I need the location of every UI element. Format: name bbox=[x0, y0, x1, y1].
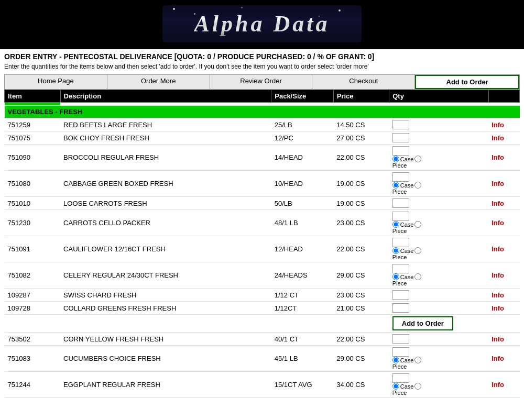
piece-radio[interactable] bbox=[414, 383, 421, 390]
item-pack: 12/PC bbox=[271, 131, 333, 145]
case-radio[interactable] bbox=[392, 156, 399, 162]
table-row: 751244 EGGPLANT REGULAR FRESH 15/1CT AVG… bbox=[5, 372, 520, 398]
add-to-order-button[interactable]: Add to Order bbox=[392, 316, 453, 330]
item-desc: CARROTS CELLO PACKER bbox=[60, 210, 271, 236]
qty-input[interactable] bbox=[392, 303, 409, 313]
piece-radio[interactable] bbox=[414, 156, 421, 162]
item-info[interactable]: Info bbox=[488, 333, 519, 346]
item-info[interactable]: Info bbox=[488, 131, 519, 145]
item-info[interactable]: Info bbox=[488, 346, 519, 372]
qty-input[interactable] bbox=[392, 347, 409, 357]
order-subtitle: Enter the quantities for the items below… bbox=[4, 63, 520, 70]
info-link[interactable]: Info bbox=[492, 291, 504, 299]
qty-input[interactable] bbox=[392, 373, 409, 383]
item-pack: 40/1 CT bbox=[271, 333, 333, 346]
item-number: 751090 bbox=[5, 145, 61, 171]
info-link[interactable]: Info bbox=[492, 271, 504, 279]
nav-checkout[interactable]: Checkout bbox=[312, 75, 415, 89]
info-link[interactable]: Info bbox=[492, 335, 504, 343]
item-number: 751075 bbox=[5, 131, 61, 145]
info-link[interactable]: Info bbox=[492, 381, 504, 389]
item-qty bbox=[389, 131, 488, 145]
item-desc: LOOSE CARROTS FRESH bbox=[60, 197, 271, 210]
item-pack: 24/HEADS bbox=[271, 262, 333, 289]
qty-input[interactable] bbox=[392, 290, 409, 300]
info-link[interactable]: Info bbox=[492, 134, 504, 142]
case-radio[interactable] bbox=[392, 273, 399, 280]
item-info[interactable]: Info bbox=[488, 302, 519, 315]
item-number: 751082 bbox=[5, 262, 61, 289]
table-row: 109728 COLLARD GREENS FRESH FRESH 1/12CT… bbox=[5, 302, 520, 315]
case-radio[interactable] bbox=[392, 383, 399, 390]
qty-input[interactable] bbox=[392, 212, 409, 221]
qty-input[interactable] bbox=[392, 264, 409, 273]
info-link[interactable]: Info bbox=[492, 153, 504, 161]
item-price: 14.50 CS bbox=[333, 118, 389, 131]
category-label: VEGETABLES - FRESH bbox=[5, 106, 520, 118]
piece-radio[interactable] bbox=[414, 221, 421, 228]
item-qty bbox=[389, 302, 488, 315]
item-price: 19.00 CS bbox=[333, 197, 389, 210]
item-price: 27.00 CS bbox=[333, 131, 389, 145]
qty-input[interactable] bbox=[392, 238, 409, 247]
item-info[interactable]: Info bbox=[488, 197, 519, 210]
item-info[interactable]: Info bbox=[488, 171, 519, 197]
info-link[interactable]: Info bbox=[492, 180, 504, 187]
item-info[interactable]: Info bbox=[488, 210, 519, 236]
item-info[interactable]: Info bbox=[488, 372, 519, 398]
qty-input[interactable] bbox=[392, 198, 409, 208]
order-title: ORDER ENTRY - PENTECOSTAL DELIVERANCE [Q… bbox=[4, 52, 520, 61]
item-pack: 15/1CT AVG bbox=[271, 372, 333, 398]
item-info[interactable]: Info bbox=[488, 118, 519, 131]
info-link[interactable]: Info bbox=[492, 245, 504, 253]
nav-bar: Home Page Order More Review Order Checko… bbox=[4, 74, 520, 90]
item-pack: 48/1 LB bbox=[271, 210, 333, 236]
item-price: 29.00 CS bbox=[333, 262, 389, 289]
item-number: 109728 bbox=[5, 302, 61, 315]
item-qty: Case Piece bbox=[389, 210, 488, 236]
piece-radio[interactable] bbox=[414, 357, 421, 363]
item-info[interactable]: Info bbox=[488, 145, 519, 171]
qty-input[interactable] bbox=[392, 120, 409, 129]
item-pack: 1/12 CT bbox=[271, 289, 333, 302]
table-row: 751091 CAULIFLOWER 12/16CT FRESH 12/HEAD… bbox=[5, 236, 520, 262]
qty-input[interactable] bbox=[392, 146, 409, 156]
case-radio[interactable] bbox=[392, 247, 399, 254]
case-radio[interactable] bbox=[392, 221, 399, 228]
piece-radio[interactable] bbox=[414, 182, 421, 189]
info-link[interactable]: Info bbox=[492, 200, 504, 207]
nav-review-order[interactable]: Review Order bbox=[210, 75, 313, 89]
info-link[interactable]: Info bbox=[492, 355, 504, 362]
item-pack: 14/HEAD bbox=[271, 145, 333, 171]
nav-order-more[interactable]: Order More bbox=[107, 75, 210, 89]
header-banner: Alpha Data bbox=[0, 0, 524, 49]
col-header-pack: Pack/Size bbox=[271, 90, 333, 103]
product-table: Item Description Pack/Size Price Qty VEG… bbox=[4, 90, 520, 398]
info-link[interactable]: Info bbox=[492, 121, 504, 129]
item-info[interactable]: Info bbox=[488, 262, 519, 289]
qty-input[interactable] bbox=[392, 334, 409, 344]
info-link[interactable]: Info bbox=[492, 219, 504, 227]
item-price: 22.00 CS bbox=[333, 333, 389, 346]
qty-input[interactable] bbox=[392, 133, 409, 142]
item-info[interactable]: Info bbox=[488, 289, 519, 302]
piece-radio[interactable] bbox=[414, 247, 421, 254]
piece-radio[interactable] bbox=[414, 273, 421, 280]
item-number: 751230 bbox=[5, 210, 61, 236]
info-link[interactable]: Info bbox=[492, 304, 504, 312]
item-pack: 12/HEAD bbox=[271, 236, 333, 262]
nav-home[interactable]: Home Page bbox=[5, 75, 107, 89]
qty-input[interactable] bbox=[392, 172, 409, 182]
item-info[interactable]: Info bbox=[488, 236, 519, 262]
item-price: 22.00 CS bbox=[333, 236, 389, 262]
table-row: 751083 CUCUMBERS CHOICE FRESH 45/1 LB 29… bbox=[5, 346, 520, 372]
case-radio[interactable] bbox=[392, 357, 399, 363]
item-price: 34.00 CS bbox=[333, 372, 389, 398]
col-header-item: Item bbox=[5, 90, 61, 103]
item-qty bbox=[389, 118, 488, 131]
case-radio[interactable] bbox=[392, 182, 399, 189]
item-qty bbox=[389, 197, 488, 210]
item-desc: CORN YELLOW FRESH FRESH bbox=[60, 333, 271, 346]
nav-add-to-order[interactable]: Add to Order bbox=[415, 75, 519, 89]
item-number: 109287 bbox=[5, 289, 61, 302]
